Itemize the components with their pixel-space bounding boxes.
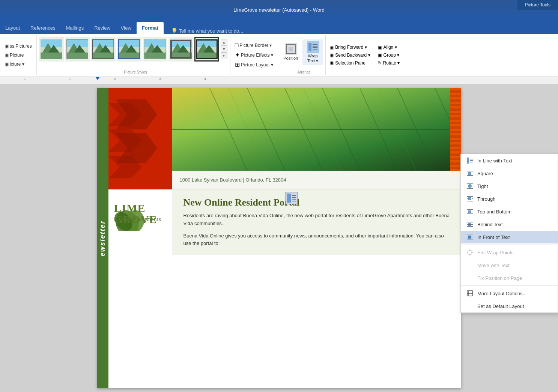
ruler: · 1 · 1 · 2 · 3 · 4 · <box>0 77 558 84</box>
app-title: LimeGrove newsletter (Autosaved) - Word <box>6 7 552 13</box>
menu-item-infront[interactable]: In Front of Text <box>461 231 558 243</box>
tab-review[interactable]: Review <box>89 22 116 34</box>
menu-item-topbottom[interactable]: Top and Bottom <box>461 205 558 218</box>
menu-item-through[interactable]: Through <box>461 192 558 205</box>
tab-mailings[interactable]: Mailings <box>61 22 89 34</box>
move-icon <box>466 261 474 269</box>
topbottom-wrap-icon <box>466 208 474 215</box>
tell-me-bar[interactable]: 💡 Tell me what you want to do... <box>171 28 243 34</box>
doc-sidebar: ewsletter <box>97 88 108 388</box>
tab-references[interactable]: References <box>25 22 60 34</box>
style-item-7[interactable] <box>194 37 219 62</box>
border-icon: □ <box>235 42 239 49</box>
style-item-1[interactable] <box>39 37 64 62</box>
style-thumbnails <box>39 37 219 62</box>
sidebar-text: ewsletter <box>99 220 107 256</box>
menu-item-square[interactable]: Square <box>461 167 558 180</box>
svg-rect-79 <box>468 172 471 175</box>
header-left-panel <box>97 88 172 189</box>
picture-styles-section: ▲ ▼ ▾ Picture Styles <box>37 35 230 75</box>
through-wrap-icon <box>466 195 474 203</box>
style-item-4[interactable] <box>117 37 141 62</box>
position-btn[interactable]: Position <box>280 42 301 62</box>
style-item-2[interactable] <box>65 37 90 62</box>
tab-format[interactable]: Format <box>137 22 164 34</box>
position-label: Position <box>283 56 298 61</box>
logo-luxury: Luxury Apartments <box>114 216 161 222</box>
fix-icon <box>466 274 474 282</box>
wrap-text-btn[interactable]: WrapText ▾ <box>302 39 323 65</box>
svg-rect-4 <box>41 53 62 59</box>
picture-border-btn[interactable]: □ Picture Border ▾ <box>233 41 275 50</box>
svg-rect-27 <box>144 53 166 59</box>
style-item-3[interactable] <box>91 37 116 62</box>
group-icon: ▣ <box>378 53 382 58</box>
send-backward-btn[interactable]: ▣ Send Backward ▾ <box>328 52 371 59</box>
svg-rect-75 <box>467 158 469 164</box>
content-area: 1000 Lake Sylvan Boulevard | Orlando, FL… <box>0 84 558 392</box>
menu-item-behind[interactable]: Behind Text <box>461 218 558 231</box>
group-btn[interactable]: ▣ Group ▾ <box>376 52 402 59</box>
square-wrap-icon <box>466 170 474 177</box>
change-picture-btn[interactable]: ▣ Picture <box>3 52 33 59</box>
bring-forward-btn[interactable]: ▣ Bring Forward ▾ <box>328 44 371 51</box>
picture-effects-btn[interactable]: ✦ Picture Effects ▾ <box>233 51 275 59</box>
svg-rect-15 <box>92 53 114 59</box>
scroll-down-btn[interactable]: ▼ <box>221 46 227 53</box>
menu-item-morelayout[interactable]: More Layout Options... <box>461 287 558 300</box>
svg-point-104 <box>469 249 471 251</box>
lightbulb-icon: 💡 <box>171 28 177 34</box>
inline-icon <box>466 157 474 164</box>
reset-icon: ▣ <box>5 62 9 67</box>
style-item-6[interactable] <box>168 37 193 62</box>
svg-rect-21 <box>118 53 140 59</box>
wrap-text-label: WrapText ▾ <box>307 54 318 63</box>
style-items-row: ▲ ▼ ▾ <box>39 37 228 62</box>
selection-pane-icon: ▣ <box>329 60 334 66</box>
ribbon-tabs: Layout References Mailings Review View F… <box>0 20 558 34</box>
menu-sep-1 <box>461 245 558 245</box>
svg-rect-90 <box>468 210 471 213</box>
doc-content: New Online Resident Portal Residents are… <box>172 189 461 255</box>
article-title: New Online Resident Portal <box>183 197 450 208</box>
editwrap-icon <box>466 249 474 256</box>
behind-wrap-icon <box>466 221 474 228</box>
reset-picture-btn[interactable]: ▣ icture ▾ <box>3 61 33 68</box>
arrange-right2-section: ▣ Align ▾ ▣ Group ▾ ↻ Rotate ▾ <box>374 35 404 75</box>
wrap-text-dropdown: In Line with Text Square Tight Through <box>460 154 558 313</box>
svg-rect-1 <box>41 39 62 47</box>
menu-item-fixposition: Fix Position on Page <box>461 272 558 284</box>
position-wrap-section: Position WrapText ▾ Arrange <box>278 35 326 75</box>
rotate-btn[interactable]: ↻ Rotate ▾ <box>376 60 402 66</box>
picture-layout-btn[interactable]: ⊞ Picture Layout ▾ <box>233 60 275 69</box>
change-icon: ▣ <box>5 53 9 58</box>
svg-rect-18 <box>118 39 140 47</box>
menu-item-editwrap: Edit Wrap Points <box>461 246 558 259</box>
article-body-1: Residents are raving about Buena Vida On… <box>183 212 450 228</box>
menu-item-tight[interactable]: Tight <box>461 180 558 192</box>
document-page: 1000 Lake Sylvan Boulevard | Orlando, FL… <box>97 88 461 388</box>
menu-sep-2 <box>461 285 558 286</box>
arrange-right-section: ▣ Bring Forward ▾ ▣ Send Backward ▾ ▣ Se… <box>326 35 374 75</box>
tight-wrap-icon <box>466 182 474 190</box>
selection-pane-btn[interactable]: ▣ Selection Pane <box>328 60 371 66</box>
style-item-5[interactable] <box>143 37 167 62</box>
scroll-up-btn[interactable]: ▲ <box>221 39 227 46</box>
send-backward-icon: ▣ <box>329 53 334 58</box>
compress-icon: ▣ <box>5 44 9 49</box>
compress-pictures-btn[interactable]: ▣ ss Pictures <box>3 43 33 50</box>
effects-icon: ✦ <box>235 51 240 59</box>
svg-rect-85 <box>468 197 471 200</box>
align-btn[interactable]: ▣ Align ▾ <box>376 44 402 51</box>
tab-layout[interactable]: Layout <box>0 22 25 34</box>
morelayout-icon <box>466 290 474 297</box>
menu-item-setdefault[interactable]: Set as Default Layout <box>461 300 558 312</box>
tab-view[interactable]: View <box>116 22 137 34</box>
svg-rect-70 <box>287 194 291 203</box>
svg-rect-24 <box>144 39 166 47</box>
title-bar: LimeGrove newsletter (Autosaved) - Word … <box>0 0 558 20</box>
menu-item-inline[interactable]: In Line with Text <box>461 154 558 167</box>
scroll-expand-btn[interactable]: ▾ <box>221 53 227 59</box>
wrap-text-icon <box>307 41 319 53</box>
picture-format-section: □ Picture Border ▾ ✦ Picture Effects ▾ ⊞… <box>230 35 278 75</box>
